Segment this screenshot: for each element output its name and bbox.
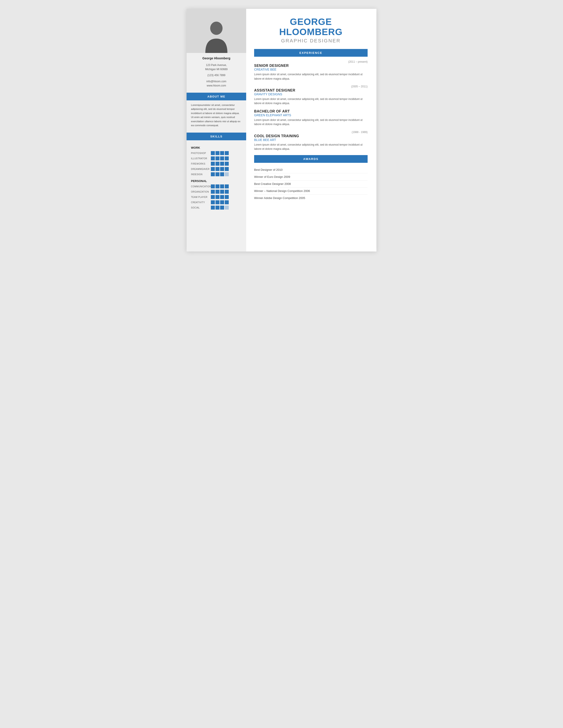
about-me-text: Loremipsumdolor sit amet, consectetur ad…: [186, 103, 246, 127]
work-skills-list: PHOTOSHOPILLUSTRATORFIREWORKSDREAMWEAVER…: [191, 151, 242, 176]
skill-bar-filled: [215, 184, 219, 188]
skill-bar-filled: [215, 200, 219, 204]
skill-bar-filled: [220, 190, 224, 194]
exp-company: CREATIVE BEE: [254, 68, 368, 71]
skill-label: SOCIAL: [191, 206, 211, 209]
skill-bar-filled: [220, 156, 224, 160]
skill-label: CREATIVITY: [191, 201, 211, 204]
sidebar: George Hloomberg 123 Park Avenue, Michig…: [186, 9, 246, 251]
avatar-container: [186, 9, 246, 53]
skill-bars: [211, 151, 229, 155]
main-name: GEORGE HLOOMBERG: [254, 17, 368, 37]
skill-bars: [211, 156, 229, 160]
personal-skills-category: PERSONAL: [191, 179, 242, 183]
experience-item: (1988 - 1989)COOL DESIGN TRAININGBLUE BE…: [254, 131, 368, 151]
exp-job-title: BACHELOR OF ART: [254, 109, 368, 113]
skill-bars: [211, 162, 229, 166]
skill-label: ORGANIZATION: [191, 191, 211, 193]
award-item: Winner Adobe Design Competition 2005: [254, 195, 368, 201]
work-skills-category: WORK: [191, 146, 242, 149]
skill-bar-filled: [215, 167, 219, 171]
skill-row: CREATIVITY: [191, 200, 242, 204]
experience-header: EXPERIENCE: [254, 49, 368, 57]
skill-bar-filled: [220, 206, 224, 210]
exp-company: BLUE BEE ART: [254, 138, 368, 142]
skill-bar-filled: [211, 195, 215, 199]
skill-label: PHOTOSHOP: [191, 152, 211, 154]
skill-bar-filled: [225, 167, 229, 171]
skill-bar-empty: [225, 172, 229, 176]
skill-bar-filled: [220, 167, 224, 171]
sidebar-address: 123 Park Avenue, Michigan MI 60689: [201, 63, 232, 71]
personal-skills-list: COMMUNICATIONORGANIZATIONTEAM PLAYERCREA…: [191, 184, 242, 210]
skill-bar-filled: [215, 172, 219, 176]
svg-point-0: [210, 22, 222, 35]
skill-bar-filled: [215, 195, 219, 199]
skill-bar-filled: [220, 184, 224, 188]
skills-header: SKILLS: [186, 133, 246, 140]
exp-description: Lorem ipsum dolor sit amet, consectetur …: [254, 72, 368, 81]
skill-row: ILLUSTRATOR: [191, 156, 242, 160]
skill-bar-filled: [215, 151, 219, 155]
skill-bar-filled: [225, 200, 229, 204]
skill-bar-filled: [215, 162, 219, 166]
experience-item: (2005 – 2011)ASSISTANT DESIGNERGRAVITY D…: [254, 85, 368, 105]
skill-bar-filled: [225, 162, 229, 166]
skill-bar-filled: [211, 172, 215, 176]
skill-row: SOCIAL: [191, 206, 242, 210]
exp-description: Lorem ipsum dolor sit amet, consectetur …: [254, 118, 368, 126]
awards-list: Best Designer of 2010Winner of Euro Desi…: [254, 166, 368, 201]
experience-item: BACHELOR OF ARTGREEN ELEPHANT ARTSLorem …: [254, 109, 368, 126]
skill-row: PHOTOSHOP: [191, 151, 242, 155]
skill-bar-filled: [211, 156, 215, 160]
skill-bar-filled: [211, 167, 215, 171]
skill-bar-filled: [225, 184, 229, 188]
avatar-icon: [203, 18, 229, 53]
award-item: Best Creative Designer 2008: [254, 180, 368, 188]
exp-job-title: COOL DESIGN TRAINING: [254, 134, 368, 138]
sidebar-email-web: info@hloom.com www.hloom.com: [202, 79, 231, 88]
skill-row: ORGANIZATION: [191, 190, 242, 194]
exp-job-title: ASSISTANT DESIGNER: [254, 88, 368, 92]
skill-bars: [211, 190, 229, 194]
exp-company: GREEN ELEPHANT ARTS: [254, 113, 368, 117]
skill-bar-filled: [220, 162, 224, 166]
skill-bars: [211, 184, 229, 188]
skill-label: TEAM PLAYER: [191, 196, 211, 198]
skill-bars: [211, 195, 229, 199]
exp-description: Lorem ipsum dolor sit amet, consectetur …: [254, 143, 368, 151]
awards-header: AWARDS: [254, 155, 368, 163]
award-item: Best Designer of 2010: [254, 166, 368, 173]
experience-list: (2011 – present)SENIOR DESIGNERCREATIVE …: [254, 60, 368, 151]
skill-bar-filled: [225, 151, 229, 155]
skill-bar-filled: [220, 151, 224, 155]
skill-bar-filled: [211, 184, 215, 188]
skill-bar-filled: [215, 206, 219, 210]
sidebar-name: George Hloomberg: [198, 56, 235, 60]
skill-bar-filled: [225, 156, 229, 160]
skill-label: COMMUNICATION: [191, 185, 211, 188]
skill-bar-filled: [211, 190, 215, 194]
skill-bar-filled: [211, 200, 215, 204]
skill-bar-filled: [211, 206, 215, 210]
exp-date: (1988 - 1989): [254, 131, 368, 134]
skill-label: DREAMWEAVER: [191, 168, 211, 170]
skill-bar-filled: [220, 195, 224, 199]
exp-description: Lorem ipsum dolor sit amet, consectetur …: [254, 97, 368, 105]
main-header: GEORGE HLOOMBERG GRAPHIC DESIGNER: [254, 17, 368, 44]
skill-bar-filled: [211, 162, 215, 166]
exp-date: (2011 – present): [254, 60, 368, 63]
skill-bar-filled: [225, 195, 229, 199]
skill-row: COMMUNICATION: [191, 184, 242, 188]
exp-company: GRAVITY DESIGNS: [254, 92, 368, 96]
award-item: Winner – National Design Competition 200…: [254, 188, 368, 195]
skill-label: ILLUSTRATOR: [191, 157, 211, 160]
skill-bars: [211, 172, 229, 176]
skill-bar-filled: [220, 200, 224, 204]
skill-label: INDESIGN: [191, 173, 211, 176]
skill-bar-filled: [215, 156, 219, 160]
skill-bars: [211, 200, 229, 204]
skill-bar-empty: [225, 206, 229, 210]
skill-bars: [211, 167, 229, 171]
skill-bar-filled: [215, 190, 219, 194]
